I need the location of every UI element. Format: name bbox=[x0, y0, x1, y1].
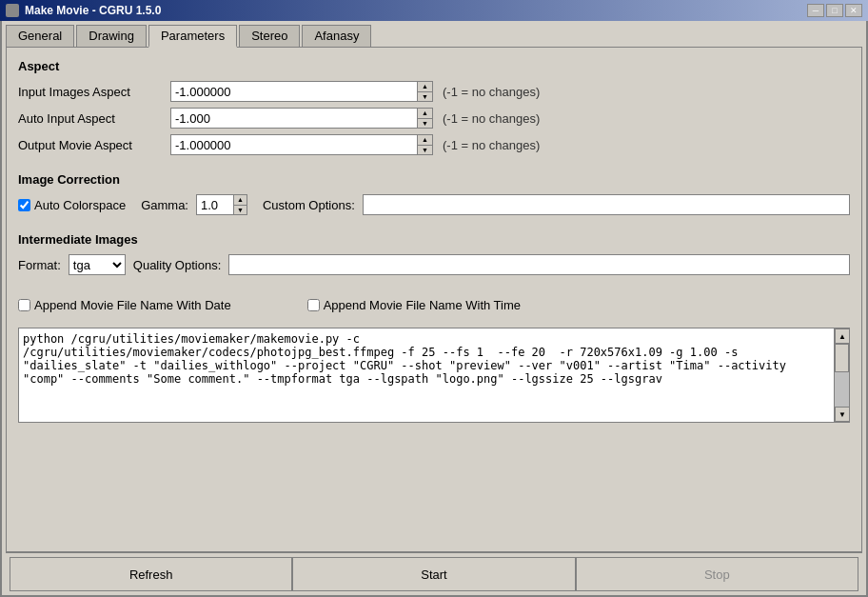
output-movie-aspect-spinner: ▲ ▼ bbox=[170, 134, 433, 155]
window-body: General Drawing Parameters Stereo Afanas… bbox=[0, 21, 868, 597]
custom-options-input[interactable] bbox=[363, 194, 850, 215]
image-correction-title: Image Correction bbox=[18, 172, 850, 187]
auto-input-aspect-label: Auto Input Aspect bbox=[18, 111, 170, 126]
aspect-title: Aspect bbox=[18, 59, 850, 73]
output-movie-aspect-spin-buttons: ▲ ▼ bbox=[418, 134, 433, 155]
auto-input-aspect-spinner: ▲ ▼ bbox=[170, 108, 433, 129]
quality-options-input[interactable] bbox=[228, 254, 850, 275]
gamma-spinner: ▲ ▼ bbox=[196, 194, 247, 215]
format-select[interactable]: tga jpg png exr bbox=[69, 254, 126, 275]
aspect-section: Aspect Input Images Aspect ▲ ▼ (-1 = no … bbox=[18, 59, 850, 161]
window-title: Make Movie - CGRU 1.5.0 bbox=[25, 4, 161, 17]
close-button[interactable]: ✕ bbox=[845, 4, 862, 17]
gamma-input[interactable] bbox=[196, 194, 234, 215]
bottom-bar: Refresh Start Stop bbox=[6, 552, 862, 595]
input-images-aspect-row: Input Images Aspect ▲ ▼ (-1 = no changes… bbox=[18, 81, 850, 102]
maximize-button[interactable]: □ bbox=[826, 4, 843, 17]
tab-afanasy[interactable]: Afanasy bbox=[302, 25, 371, 47]
input-images-aspect-label: Input Images Aspect bbox=[18, 85, 170, 99]
input-images-aspect-up[interactable]: ▲ bbox=[418, 82, 432, 92]
gamma-spin-buttons: ▲ ▼ bbox=[234, 194, 247, 215]
title-bar-controls: ─ □ ✕ bbox=[807, 4, 862, 17]
tab-general[interactable]: General bbox=[6, 25, 74, 47]
tab-bar: General Drawing Parameters Stereo Afanas… bbox=[2, 21, 866, 47]
append-time-text: Append Movie File Name With Time bbox=[324, 298, 521, 312]
append-time-label[interactable]: Append Movie File Name With Time bbox=[307, 298, 521, 312]
append-date-label[interactable]: Append Movie File Name With Date bbox=[18, 298, 231, 312]
intermediate-images-section: Intermediate Images Format: tga jpg png … bbox=[18, 232, 850, 275]
auto-input-aspect-down[interactable]: ▼ bbox=[418, 119, 432, 129]
append-date-checkbox[interactable] bbox=[18, 299, 30, 311]
format-row: Format: tga jpg png exr Quality Options: bbox=[18, 254, 850, 275]
tab-drawing[interactable]: Drawing bbox=[76, 25, 147, 47]
gamma-label: Gamma: bbox=[141, 198, 188, 212]
scroll-thumb-area bbox=[835, 344, 849, 407]
auto-input-aspect-up[interactable]: ▲ bbox=[418, 109, 432, 119]
gamma-up[interactable]: ▲ bbox=[234, 195, 247, 206]
auto-input-aspect-input[interactable] bbox=[170, 108, 418, 129]
append-date-text: Append Movie File Name With Date bbox=[34, 298, 231, 312]
image-correction-section: Image Correction Auto Colorspace Gamma: … bbox=[18, 172, 850, 221]
input-images-aspect-hint: (-1 = no changes) bbox=[443, 85, 540, 99]
quality-options-label: Quality Options: bbox=[133, 258, 222, 272]
format-label: Format: bbox=[18, 258, 61, 272]
output-movie-aspect-hint: (-1 = no changes) bbox=[443, 138, 540, 152]
title-bar: Make Movie - CGRU 1.5.0 ─ □ ✕ bbox=[0, 0, 868, 21]
append-row: Append Movie File Name With Date Append … bbox=[18, 298, 850, 312]
output-movie-aspect-down[interactable]: ▼ bbox=[418, 146, 432, 155]
output-movie-aspect-label: Output Movie Aspect bbox=[18, 138, 170, 152]
output-movie-aspect-input[interactable] bbox=[170, 134, 418, 155]
stop-button[interactable]: Stop bbox=[576, 557, 858, 591]
auto-input-aspect-hint: (-1 = no changes) bbox=[443, 111, 540, 126]
input-images-aspect-down[interactable]: ▼ bbox=[418, 92, 432, 102]
command-textarea[interactable] bbox=[19, 328, 834, 422]
tab-stereo[interactable]: Stereo bbox=[239, 25, 300, 47]
output-movie-aspect-row: Output Movie Aspect ▲ ▼ (-1 = no changes… bbox=[18, 134, 850, 155]
input-images-aspect-input[interactable] bbox=[170, 81, 418, 102]
command-scrollbar: ▲ ▼ bbox=[834, 328, 849, 422]
scroll-thumb bbox=[835, 344, 849, 372]
image-correction-row: Auto Colorspace Gamma: ▲ ▼ Custom Option… bbox=[18, 194, 850, 215]
auto-colorspace-text: Auto Colorspace bbox=[34, 198, 126, 212]
tab-parameters[interactable]: Parameters bbox=[148, 25, 237, 48]
custom-options-label: Custom Options: bbox=[263, 198, 355, 212]
auto-input-aspect-spin-buttons: ▲ ▼ bbox=[418, 108, 433, 129]
command-scroll-wrapper: ▲ ▼ bbox=[18, 328, 850, 423]
minimize-button[interactable]: ─ bbox=[807, 4, 824, 17]
start-button[interactable]: Start bbox=[292, 557, 575, 591]
intermediate-images-title: Intermediate Images bbox=[18, 232, 850, 247]
input-images-aspect-spin-buttons: ▲ ▼ bbox=[418, 81, 433, 102]
app-icon bbox=[6, 4, 19, 17]
refresh-button[interactable]: Refresh bbox=[10, 557, 292, 591]
command-section: ▲ ▼ bbox=[18, 328, 850, 423]
auto-input-aspect-row: Auto Input Aspect ▲ ▼ (-1 = no changes) bbox=[18, 108, 850, 129]
tab-content-parameters: Aspect Input Images Aspect ▲ ▼ (-1 = no … bbox=[6, 47, 862, 552]
auto-colorspace-label[interactable]: Auto Colorspace bbox=[18, 198, 126, 212]
output-movie-aspect-up[interactable]: ▲ bbox=[418, 135, 432, 146]
auto-colorspace-checkbox[interactable] bbox=[18, 199, 30, 211]
input-images-aspect-spinner: ▲ ▼ bbox=[170, 81, 433, 102]
title-bar-text: Make Movie - CGRU 1.5.0 bbox=[6, 4, 161, 17]
scroll-down-arrow[interactable]: ▼ bbox=[835, 407, 850, 422]
gamma-down[interactable]: ▼ bbox=[234, 206, 247, 215]
append-time-checkbox[interactable] bbox=[307, 299, 320, 311]
scroll-up-arrow[interactable]: ▲ bbox=[835, 328, 850, 344]
